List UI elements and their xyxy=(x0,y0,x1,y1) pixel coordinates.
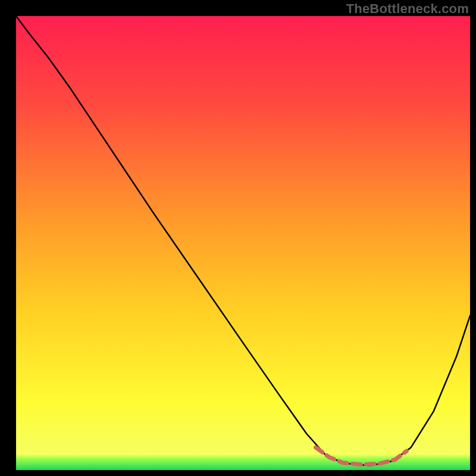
chart-svg xyxy=(0,0,476,476)
chart-frame: TheBottleneck.com xyxy=(0,0,476,476)
plot-background xyxy=(16,16,470,470)
watermark-label: TheBottleneck.com xyxy=(346,1,469,17)
